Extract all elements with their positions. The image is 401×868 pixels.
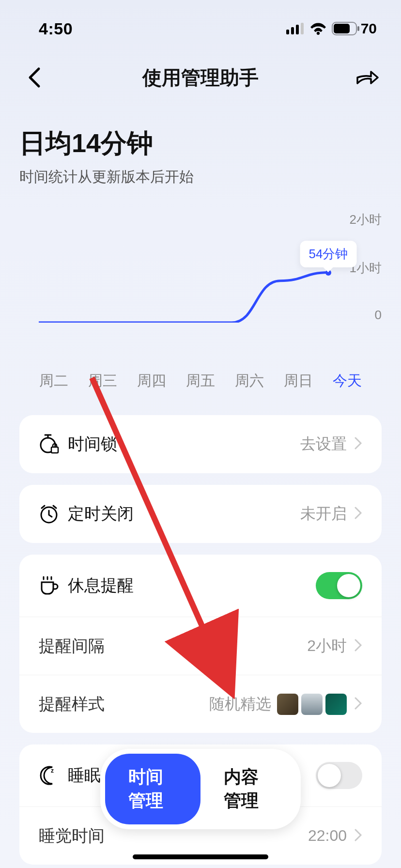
style-thumb: [325, 694, 347, 715]
sleep-reminder-toggle[interactable]: [316, 762, 362, 789]
sleep-time-value: 22:00: [308, 827, 347, 845]
chart-highlight-bubble: 54分钟: [300, 241, 357, 267]
x-tick[interactable]: 周三: [78, 371, 127, 391]
x-tick[interactable]: 周二: [29, 371, 78, 391]
x-axis-labels: 周二周三周四周五周六周日今天: [0, 352, 401, 410]
svg-rect-0: [286, 30, 289, 34]
style-thumbnails: [277, 694, 347, 715]
moon-icon: z: [39, 765, 59, 786]
time-lock-value: 去设置: [300, 434, 347, 455]
svg-rect-8: [51, 447, 58, 453]
summary: 日均14分钟 时间统计从更新版本后开始: [0, 111, 401, 192]
share-button[interactable]: [353, 63, 382, 92]
svg-rect-6: [357, 26, 359, 31]
battery-percent: 70: [361, 20, 377, 37]
reminder-style-value: 随机精选: [209, 694, 271, 715]
rest-reminder-card: 休息提醒 提醒间隔 2小时 提醒样式 随机精选: [19, 555, 382, 733]
time-lock-card: 时间锁 去设置: [19, 415, 382, 473]
scheduled-off-value: 未开启: [300, 503, 347, 525]
bottom-tabs: 时间管理 内容管理: [100, 749, 301, 829]
style-thumb: [301, 694, 323, 715]
alarm-clock-icon: [39, 504, 59, 524]
chevron-right-icon: [355, 437, 362, 450]
tab-content-management[interactable]: 内容管理: [200, 754, 296, 824]
reminder-style-row[interactable]: 提醒样式 随机精选: [19, 675, 382, 733]
svg-rect-1: [291, 27, 294, 34]
reminder-interval-value: 2小时: [307, 636, 347, 657]
sleep-time-label: 睡觉时间: [39, 825, 105, 847]
reminder-style-label: 提醒样式: [39, 693, 105, 715]
scheduled-off-card: 定时关闭 未开启: [19, 485, 382, 543]
wifi-icon: [309, 22, 327, 35]
usage-chart: 2小时 1小时 0 54分钟: [0, 192, 401, 352]
reminder-interval-label: 提醒间隔: [39, 635, 105, 657]
home-indicator[interactable]: [133, 854, 268, 859]
svg-rect-3: [301, 23, 304, 34]
chevron-right-icon: [355, 639, 362, 651]
nav-bar: 使用管理助手: [0, 48, 401, 111]
x-tick[interactable]: 周日: [274, 371, 323, 391]
share-icon: [355, 68, 379, 87]
svg-rect-5: [334, 24, 350, 33]
y-axis-labels: 2小时 1小时 0: [350, 211, 382, 323]
time-lock-row[interactable]: 时间锁 去设置: [19, 415, 382, 473]
chevron-right-icon: [355, 507, 362, 519]
cellular-icon: [286, 23, 305, 34]
x-tick[interactable]: 周四: [127, 371, 176, 391]
svg-rect-2: [296, 25, 299, 34]
scheduled-off-row[interactable]: 定时关闭 未开启: [19, 485, 382, 543]
tab-time-management[interactable]: 时间管理: [105, 754, 200, 824]
time-lock-label: 时间锁: [68, 433, 117, 455]
x-tick[interactable]: 周六: [225, 371, 274, 391]
svg-text:z: z: [51, 767, 54, 774]
chart-plot-area: 54分钟: [39, 211, 328, 323]
x-tick[interactable]: 周五: [176, 371, 225, 391]
chart-highlight-label: 54分钟: [309, 247, 348, 261]
stopwatch-lock-icon: [39, 434, 59, 454]
daily-average-title: 日均14分钟: [19, 126, 382, 161]
chevron-left-icon: [27, 67, 41, 88]
status-indicators: 70: [286, 20, 377, 37]
summary-subtitle: 时间统计从更新版本后开始: [19, 167, 382, 187]
y-tick: 2小时: [350, 211, 382, 228]
cup-icon: [39, 575, 59, 596]
x-tick[interactable]: 今天: [323, 371, 372, 391]
rest-reminder-toggle[interactable]: [316, 572, 362, 599]
reminder-interval-row[interactable]: 提醒间隔 2小时: [19, 617, 382, 675]
rest-reminder-row: 休息提醒: [19, 555, 382, 617]
battery-icon: [332, 22, 360, 35]
scheduled-off-label: 定时关闭: [68, 503, 134, 525]
chevron-right-icon: [355, 697, 362, 710]
y-tick: 0: [375, 308, 382, 323]
back-button[interactable]: [19, 63, 48, 92]
page-title: 使用管理助手: [142, 64, 259, 91]
chevron-right-icon: [355, 829, 362, 841]
status-time: 4:50: [39, 19, 73, 38]
status-bar: 4:50 70: [0, 0, 401, 48]
style-thumb: [277, 694, 298, 715]
rest-reminder-label: 休息提醒: [68, 574, 134, 597]
